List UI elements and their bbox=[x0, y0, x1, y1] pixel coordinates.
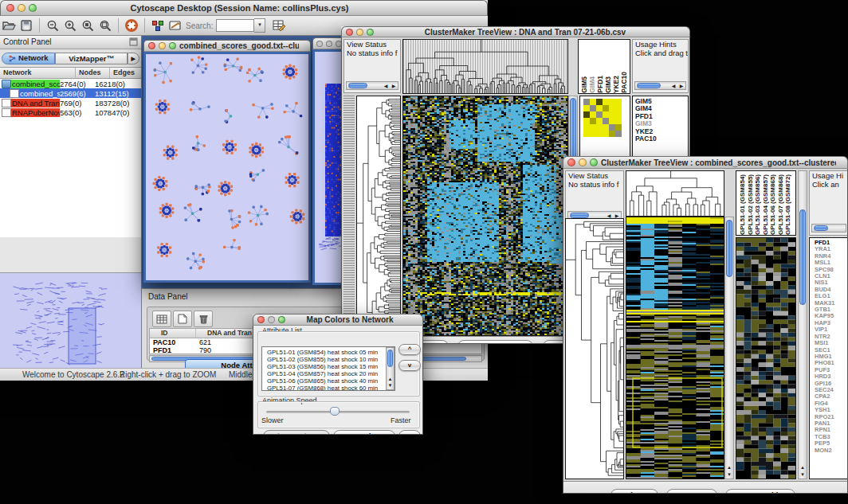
attribute-list-item[interactable]: GPL51-01 (GSM854) heat shock 05 min bbox=[265, 349, 395, 356]
network-edges: 107847(0) bbox=[95, 108, 141, 117]
save-icon[interactable] bbox=[18, 18, 35, 33]
col-edges[interactable]: Edges bbox=[110, 68, 140, 78]
create-vizmap-button[interactable]: Create Vizmap bbox=[333, 430, 395, 435]
attribute-list-item[interactable]: GPL51-04 (GSM857) heat shock 20 min bbox=[265, 370, 395, 377]
tv2-column-dendrogram[interactable] bbox=[626, 170, 724, 217]
tv2-hints-scrollbar[interactable] bbox=[811, 224, 846, 232]
network-canvas-2[interactable] bbox=[312, 49, 344, 285]
tv1-usage-hints-panel: Usage Hints Click and drag to ◀▶ bbox=[632, 39, 689, 93]
move-up-button[interactable]: ^ bbox=[398, 344, 421, 355]
network-canvas[interactable] bbox=[143, 52, 311, 283]
new-attribute-icon[interactable] bbox=[173, 311, 192, 327]
zoom-window-icon[interactable] bbox=[590, 158, 598, 166]
attribute-list-item[interactable]: GPL51-02 (GSM855) heat shock 10 min bbox=[265, 356, 395, 363]
column-label: GPL51-07 (GSM868) bbox=[777, 174, 784, 235]
search-dropdown-icon[interactable]: ▼ bbox=[254, 18, 265, 33]
zoom-fit-icon[interactable] bbox=[96, 18, 114, 33]
main-titlebar[interactable]: Cytoscape Desktop (Session Name: collins… bbox=[0, 0, 488, 16]
tv2-gene-scrollbar[interactable]: ▲▼ bbox=[798, 170, 807, 479]
network-row[interactable]: DNA and Tran 07 769(0) 183728(0) bbox=[0, 98, 141, 107]
control-panel-tabs: Network VizMapper™ ▶ bbox=[0, 49, 141, 67]
tv1-heatmap[interactable] bbox=[402, 96, 568, 336]
tv2-zoom-heatmap[interactable] bbox=[736, 237, 796, 479]
attribute-list-item[interactable]: GPL51-06 (GSM865) heat shock 40 min bbox=[265, 377, 395, 385]
close-icon[interactable] bbox=[148, 42, 155, 49]
dialog-titlebar[interactable]: Map Colors to Network bbox=[253, 314, 423, 326]
desktop: Cytoscape Desktop (Session Name: collins… bbox=[0, 0, 848, 504]
zoom-window-icon[interactable] bbox=[367, 29, 374, 36]
help-icon[interactable] bbox=[123, 18, 140, 33]
birdseye-view[interactable] bbox=[0, 272, 141, 369]
network-row[interactable]: combined_scores 2764(0) 16218(0) bbox=[0, 79, 141, 88]
move-down-button[interactable]: v bbox=[398, 360, 421, 371]
treeview1-titlebar[interactable]: ClusterMaker TreeView : DNA and Tran 07-… bbox=[341, 26, 690, 37]
zoom-window-icon[interactable] bbox=[29, 4, 37, 12]
minimize-icon[interactable] bbox=[268, 316, 275, 323]
tab-vizmapper[interactable]: VizMapper™ bbox=[55, 53, 127, 64]
col-network[interactable]: Network bbox=[0, 68, 76, 78]
float-panel-icon[interactable] bbox=[129, 37, 138, 46]
tab-more-icon[interactable]: ▶ bbox=[128, 53, 139, 64]
network-view-title: combined_scores_good.txt--cluste... bbox=[179, 41, 299, 50]
attr-row-id: PFD1 bbox=[150, 346, 199, 354]
tv2-row-dendrogram[interactable] bbox=[565, 218, 624, 479]
done-button[interactable]: Done bbox=[398, 430, 421, 435]
close-icon[interactable] bbox=[257, 316, 265, 323]
network-row[interactable]: combined_sco 2569(6) 13112(15) bbox=[0, 88, 141, 98]
close-icon[interactable] bbox=[316, 41, 323, 47]
search-input[interactable] bbox=[216, 19, 254, 32]
tv2-column-labels: GPL51-01 (GSM854)GPL51-02 (GSM855)GPL51-… bbox=[736, 170, 796, 236]
close-icon[interactable] bbox=[346, 29, 353, 36]
treeview1-title: ClusterMaker TreeView : DNA and Tran 07-… bbox=[377, 28, 673, 37]
column-label: GPL51-04 (GSM857) bbox=[762, 174, 769, 235]
attribute-browser-icon[interactable] bbox=[270, 18, 288, 33]
tv1-row-dendrogram[interactable] bbox=[356, 96, 401, 336]
minimize-icon[interactable] bbox=[159, 42, 166, 49]
export-graphics-button[interactable]: Export Graphics... bbox=[725, 489, 795, 494]
treeview2-titlebar[interactable]: ClusterMaker TreeView : combined_scores_… bbox=[563, 156, 848, 169]
network-overview-icon[interactable] bbox=[149, 18, 167, 33]
tv2-gene-list: PFD1YRA1RNR4MSL1SPC98CLN1NIS1BUD4ELG1MAK… bbox=[809, 237, 848, 479]
tv1-row-overview[interactable] bbox=[344, 96, 355, 336]
attribute-list-item[interactable]: GPL51-07 (GSM868) heat shock 60 min bbox=[265, 385, 395, 391]
minimize-icon[interactable] bbox=[579, 158, 587, 166]
tab-network[interactable]: Network bbox=[2, 53, 55, 64]
tv2-view-status-panel: View Status No status info f ◀▶ bbox=[565, 170, 624, 223]
tv1-status-scrollbar[interactable]: ◀▶ bbox=[346, 81, 398, 90]
slider-thumb[interactable] bbox=[330, 407, 340, 416]
zoom-out-icon[interactable] bbox=[44, 18, 61, 33]
minimize-icon[interactable] bbox=[356, 29, 363, 36]
network-view-window-2 bbox=[312, 37, 344, 285]
network-view-titlebar[interactable]: combined_scores_good.txt--cluste... bbox=[143, 40, 311, 52]
annotation-icon[interactable] bbox=[167, 18, 184, 33]
control-panel-title: Control Panel bbox=[3, 37, 52, 46]
col-nodes[interactable]: Nodes bbox=[76, 68, 110, 78]
open-file-icon[interactable] bbox=[0, 18, 18, 33]
tv1-hints-scrollbar[interactable]: ◀▶ bbox=[634, 81, 686, 90]
tv2-heatmap[interactable] bbox=[626, 217, 724, 479]
zoom-window-icon[interactable] bbox=[278, 316, 285, 323]
delete-attribute-icon[interactable] bbox=[194, 311, 213, 327]
tv1-column-dendrogram[interactable] bbox=[402, 39, 568, 94]
zoom-window-icon[interactable] bbox=[169, 42, 176, 49]
minimize-icon[interactable] bbox=[326, 41, 332, 47]
save-data-button[interactable]: Save Data... bbox=[666, 489, 717, 494]
attribute-table-icon[interactable] bbox=[152, 311, 171, 327]
settings-button[interactable]: Settings... bbox=[610, 489, 658, 494]
zoom-selected-icon[interactable] bbox=[79, 18, 96, 33]
attribute-list[interactable]: GPL51-01 (GSM854) heat shock 05 minGPL51… bbox=[261, 346, 395, 391]
attribute-list-item[interactable]: GPL51-03 (GSM856) heat shock 15 min bbox=[265, 363, 395, 370]
animate-vizmap-button[interactable]: Animate Vizmap bbox=[263, 430, 330, 435]
minimize-icon[interactable] bbox=[18, 4, 26, 12]
network-view2-titlebar[interactable] bbox=[312, 37, 344, 49]
slower-label: Slower bbox=[261, 416, 284, 424]
close-icon[interactable] bbox=[6, 4, 14, 12]
tv2-vscrollbar[interactable]: ▲▼ bbox=[724, 217, 734, 479]
zoom-in-icon[interactable] bbox=[61, 18, 79, 33]
close-icon[interactable] bbox=[567, 158, 575, 166]
export-graphics-button[interactable]: Export Graphics... bbox=[457, 340, 533, 344]
tv1-summary-heatmap bbox=[583, 99, 622, 137]
attribute-list-scrollbar[interactable]: ▲▼ bbox=[386, 347, 395, 390]
network-row[interactable]: RNAPuberNov2+ 563(0) 107847(0) bbox=[0, 107, 141, 117]
network-nodes: 563(0) bbox=[60, 108, 95, 117]
